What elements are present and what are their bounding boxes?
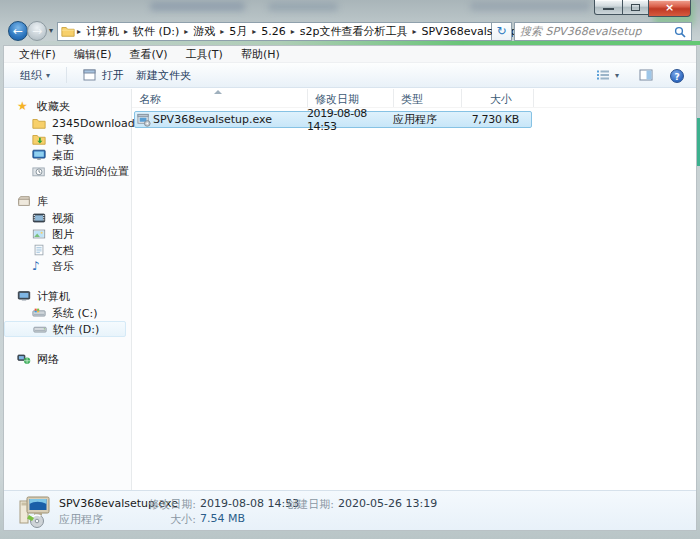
file-type: 应用程序: [393, 112, 459, 127]
sidebar-item-recent-places[interactable]: 最近访问的位置: [4, 163, 131, 179]
sidebar-item-desktop[interactable]: 桌面: [4, 147, 131, 163]
chevron-down-icon: ▾: [615, 71, 619, 80]
maximize-button[interactable]: [622, 0, 649, 15]
forward-arrow-icon: →: [32, 24, 42, 38]
column-header-size[interactable]: 大小: [462, 89, 534, 107]
maximize-icon: [631, 4, 640, 11]
column-header-modified[interactable]: 修改日期: [308, 89, 394, 107]
breadcrumb-may[interactable]: 5月: [225, 24, 251, 39]
breadcrumb-computer[interactable]: 计算机: [82, 24, 123, 39]
refresh-icon: ↻: [496, 24, 506, 38]
address-bar[interactable]: ▸ 计算机 ▸ 软件 (D:) ▸ 游戏 ▸ 5月 ▸ 5.26 ▸ s2p文件…: [57, 22, 492, 41]
organize-button[interactable]: 组织 ▾: [16, 66, 54, 85]
sidebar-item-label: 图片: [52, 227, 74, 242]
menu-help[interactable]: 帮助(H): [232, 47, 289, 62]
breadcrumb-s2p-tool[interactable]: s2p文件查看分析工具: [296, 24, 412, 39]
forward-button[interactable]: →: [27, 21, 47, 41]
open-label: 打开: [102, 68, 124, 83]
sidebar-item-downloads[interactable]: 下载: [4, 131, 131, 147]
open-app-icon: [83, 69, 98, 82]
sidebar-item-2345downloads[interactable]: 2345Downloads: [4, 115, 131, 131]
sidebar-section-computer[interactable]: 计算机: [4, 288, 131, 305]
computer-icon: [17, 290, 32, 303]
details-created-value: 2020-05-26 13:19: [338, 497, 437, 510]
preview-pane-icon: [639, 69, 654, 82]
column-headers: 名称 修改日期 类型 大小: [132, 89, 696, 108]
data-drive-icon: [33, 323, 48, 336]
close-icon: ×: [665, 1, 674, 14]
new-folder-label: 新建文件夹: [136, 68, 191, 83]
file-list: 名称 修改日期 类型 大小 SPV368evalsetup.exe 2019-0…: [132, 89, 696, 490]
help-button[interactable]: ?: [670, 69, 684, 83]
breadcrumb-drive-d[interactable]: 软件 (D:): [129, 24, 183, 39]
navigation-pane: ★ 收藏夹 2345Downloads 下载 桌面: [4, 89, 132, 490]
sidebar-item-label: 2345Downloads: [52, 117, 140, 130]
new-folder-button[interactable]: 新建文件夹: [132, 66, 195, 85]
recent-pages-dropdown[interactable]: ▾: [49, 26, 53, 35]
refresh-button[interactable]: ↻: [492, 22, 512, 41]
breadcrumb-games[interactable]: 游戏: [189, 24, 219, 39]
breadcrumb-526[interactable]: 5.26: [257, 25, 290, 38]
menu-bar: 文件(F) 编辑(E) 查看(V) 工具(T) 帮助(H): [4, 46, 696, 63]
back-button[interactable]: ←: [8, 21, 28, 41]
pictures-icon: [32, 228, 47, 241]
sidebar-item-documents[interactable]: 文档: [4, 242, 131, 258]
sidebar-section-favorites[interactable]: ★ 收藏夹: [4, 98, 131, 115]
installer-file-icon: [135, 113, 153, 127]
sidebar-item-videos[interactable]: 视频: [4, 210, 131, 226]
details-pane: SPV368evalsetup.exe 应用程序 修改日期: 2019-08-0…: [4, 490, 696, 530]
documents-icon: [32, 244, 47, 257]
libraries-icon: [17, 195, 32, 208]
minimize-button[interactable]: [594, 0, 623, 15]
file-modified-date: 2019-08-08 14:53: [307, 107, 393, 133]
search-box: [514, 22, 692, 41]
sidebar-item-label: 音乐: [52, 259, 74, 274]
sidebar-item-pictures[interactable]: 图片: [4, 226, 131, 242]
sidebar-item-label: 软件 (D:): [53, 322, 99, 337]
recent-places-icon: [32, 165, 47, 178]
sidebar-item-label: 桌面: [52, 148, 74, 163]
sidebar-section-libraries[interactable]: 库: [4, 193, 131, 210]
column-header-type[interactable]: 类型: [394, 89, 462, 107]
preview-pane-button[interactable]: [635, 67, 658, 84]
file-size: 7,730 KB: [459, 113, 523, 126]
sidebar-section-label: 收藏夹: [37, 99, 70, 114]
star-icon: ★: [17, 100, 32, 113]
menu-view[interactable]: 查看(V): [120, 47, 176, 62]
minimize-icon: [603, 8, 614, 10]
caption-buttons: ×: [594, 0, 691, 17]
details-size-value: 7.54 MB: [200, 512, 245, 525]
search-input[interactable]: [515, 25, 674, 38]
toolbar-divider: [66, 67, 67, 83]
organize-label: 组织: [20, 68, 42, 83]
file-row-selected[interactable]: SPV368evalsetup.exe 2019-08-08 14:53 应用程…: [134, 111, 532, 128]
close-button[interactable]: ×: [648, 0, 691, 17]
folder-icon: [32, 117, 47, 130]
sidebar-section-label: 库: [37, 194, 48, 209]
downloads-folder-icon: [32, 133, 47, 146]
back-arrow-icon: ←: [13, 24, 23, 38]
network-icon: [17, 353, 32, 366]
sidebar-section-network[interactable]: 网络: [4, 351, 131, 368]
menu-edit[interactable]: 编辑(E): [65, 47, 121, 62]
sidebar-item-label: 文档: [52, 243, 74, 258]
sidebar-item-system-c[interactable]: 系统 (C:): [4, 305, 131, 321]
sidebar-item-music[interactable]: ♪ 音乐: [4, 258, 131, 274]
address-folder-icon: [61, 25, 76, 38]
file-name: SPV368evalsetup.exe: [153, 113, 307, 126]
change-view-button[interactable]: ▾: [592, 67, 623, 84]
sidebar-item-software-d[interactable]: 软件 (D:): [4, 321, 126, 337]
main-area: ★ 收藏夹 2345Downloads 下载 桌面: [4, 89, 696, 490]
music-icon: ♪: [32, 260, 47, 273]
content-frame: 文件(F) 编辑(E) 查看(V) 工具(T) 帮助(H) 组织 ▾ 打开: [3, 45, 697, 531]
open-button[interactable]: 打开: [79, 66, 128, 85]
glass-reflection: [150, 2, 245, 11]
explorer-window: × ← → ▾ ▸ 计算机 ▸ 软件 (D:) ▸ 游戏 ▸ 5月 ▸ 5.26…: [0, 0, 700, 539]
chevron-down-icon: ▾: [46, 71, 50, 80]
menu-file[interactable]: 文件(F): [10, 47, 65, 62]
search-icon: [674, 26, 686, 38]
menu-tools[interactable]: 工具(T): [177, 47, 232, 62]
details-created-label: 创建日期:: [272, 497, 334, 512]
installer-file-icon-large: [17, 493, 53, 532]
list-view-icon: [596, 69, 611, 82]
